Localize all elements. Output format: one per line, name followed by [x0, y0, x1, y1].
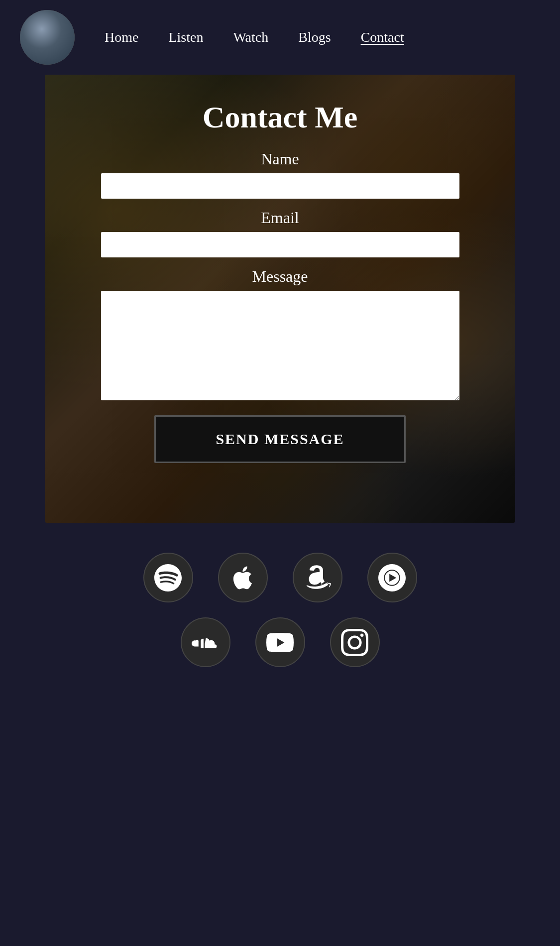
contact-title: Contact Me: [85, 100, 475, 135]
name-label: Name: [85, 150, 475, 168]
message-label: Message: [85, 267, 475, 286]
youtube-icon[interactable]: [255, 617, 305, 667]
main-nav: Home Listen Watch Blogs Contact: [105, 29, 404, 45]
nav-blogs[interactable]: Blogs: [298, 29, 331, 45]
email-input[interactable]: [101, 232, 459, 257]
nav-home[interactable]: Home: [105, 29, 138, 45]
social-icons-row-1: [143, 553, 417, 602]
avatar: [20, 10, 75, 65]
contact-section: Contact Me Name Email Message SEND MESSA…: [45, 75, 515, 523]
message-input[interactable]: [101, 291, 459, 400]
amazon-music-icon[interactable]: [293, 553, 342, 602]
nav-contact[interactable]: Contact: [361, 29, 404, 45]
header: Home Listen Watch Blogs Contact: [0, 0, 560, 75]
instagram-icon[interactable]: [330, 617, 380, 667]
nav-listen[interactable]: Listen: [168, 29, 203, 45]
name-input[interactable]: [101, 173, 459, 199]
spotify-icon[interactable]: [143, 553, 193, 602]
footer-social-icons: [0, 553, 560, 667]
soundcloud-icon[interactable]: [181, 617, 230, 667]
apple-music-icon[interactable]: [218, 553, 268, 602]
social-icons-row-2: [181, 617, 380, 667]
send-message-button[interactable]: SEND MESSAGE: [154, 415, 405, 463]
nav-watch[interactable]: Watch: [233, 29, 268, 45]
youtube-music-icon[interactable]: [367, 553, 417, 602]
email-label: Email: [85, 209, 475, 227]
